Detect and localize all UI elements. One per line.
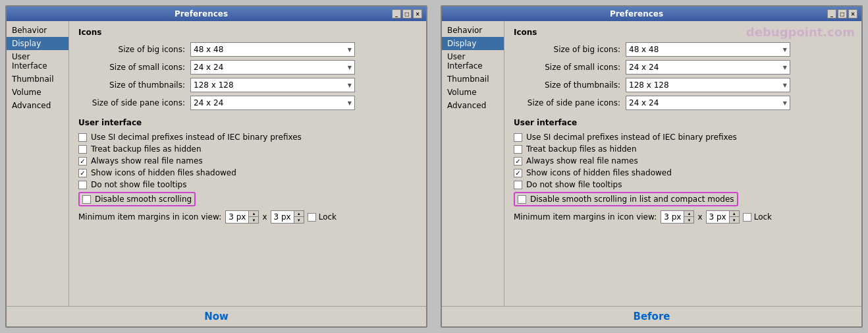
now-select-side-pane[interactable]: 24 x 24 ▼ [190, 96, 355, 110]
before-sidebar: Behavior Display User Interface Thumbnai… [442, 21, 504, 306]
now-select-thumbnails-arrow: ▼ [348, 82, 352, 88]
now-field-big-icons: Size of big icons: 48 x 48 ▼ [78, 42, 417, 57]
now-checkbox-si-box[interactable] [78, 133, 87, 142]
maximize-button[interactable]: □ [402, 9, 412, 18]
now-checkbox-hidden-shadow-box[interactable] [78, 169, 87, 177]
sidebar-item-user-interface[interactable]: User Interface [7, 50, 68, 73]
before-field-small-icons: Size of small icons: 24 x 24 ▼ [514, 60, 852, 75]
sidebar-item-thumbnail[interactable]: Thumbnail [7, 73, 68, 86]
now-checkbox-smooth-row: Disable smooth scrolling [78, 192, 417, 206]
now-lock-checkbox[interactable] [308, 213, 316, 222]
before-highlight-box: Disable smooth scrolling in list and com… [514, 192, 738, 206]
now-spin2-up[interactable]: ▲ [294, 211, 304, 217]
sidebar-item-behavior[interactable]: Behavior [7, 24, 68, 37]
now-spin1-arrows: ▲ ▼ [248, 211, 258, 223]
now-icons-section: Icons Size of big icons: 48 x 48 ▼ Size … [78, 28, 417, 110]
before-label-small-icons: Size of small icons: [514, 63, 626, 72]
now-select-big-icons-value: 48 x 48 [194, 45, 223, 54]
before-checkbox-real-names-box[interactable] [514, 157, 522, 166]
now-field-thumbnails: Size of thumbnails: 128 x 128 ▼ [78, 78, 417, 92]
before-close-button[interactable]: × [848, 9, 857, 18]
before-select-small-icons-value: 24 x 24 [629, 63, 659, 72]
before-spin1-up[interactable]: ▲ [684, 211, 693, 217]
now-spin1-value: 3 px [226, 212, 248, 222]
now-spin2[interactable]: 3 px ▲ ▼ [271, 210, 304, 224]
before-titlebar-buttons[interactable]: _ □ × [827, 9, 857, 18]
now-select-side-pane-value: 24 x 24 [194, 98, 223, 107]
now-checkbox-smooth-box[interactable] [82, 195, 91, 204]
before-spin2[interactable]: 3 px ▲ ▼ [706, 210, 740, 224]
before-spin2-arrows: ▲ ▼ [729, 211, 739, 223]
now-spin1-up[interactable]: ▲ [249, 211, 258, 217]
before-checkbox-smooth-row: Disable smooth scrolling in list and com… [514, 192, 852, 206]
before-sidebar-item-volume[interactable]: Volume [442, 86, 504, 99]
now-spin1[interactable]: 3 px ▲ ▼ [225, 210, 259, 224]
now-label-small-icons: Size of small icons: [78, 63, 190, 72]
now-label-thumbnails: Size of thumbnails: [78, 80, 190, 90]
now-spin2-down[interactable]: ▼ [294, 217, 304, 223]
before-margins-row: Minimum item margins in icon view: 3 px … [514, 210, 852, 224]
before-field-thumbnails: Size of thumbnails: 128 x 128 ▼ [514, 78, 852, 92]
now-checkbox-hidden-shadow: Show icons of hidden files shadowed [78, 168, 417, 177]
now-checkbox-si-label: Use SI decimal prefixes instead of IEC b… [91, 133, 302, 142]
now-lock-row: Lock [308, 212, 337, 222]
before-select-side-pane-value: 24 x 24 [629, 98, 659, 107]
before-checkbox-backup-box[interactable] [514, 145, 522, 154]
before-checkbox-si-box[interactable] [514, 133, 522, 142]
before-checkbox-smooth-box[interactable] [518, 195, 526, 204]
now-window: Preferences _ □ × Behavior Display User … [5, 5, 427, 328]
before-select-big-icons-arrow: ▼ [783, 47, 787, 53]
before-spin1-down[interactable]: ▼ [684, 217, 693, 223]
before-select-side-pane[interactable]: 24 x 24 ▼ [626, 96, 790, 110]
before-checkbox-real-names: Always show real file names [514, 156, 852, 166]
before-checkbox-tooltips-box[interactable] [514, 181, 522, 189]
now-bottom-label: Now [7, 306, 426, 326]
sidebar-item-advanced[interactable]: Advanced [7, 99, 68, 112]
now-sidebar: Behavior Display User Interface Thumbnai… [7, 21, 69, 306]
before-spin2-value: 3 px [707, 212, 729, 222]
before-select-thumbnails[interactable]: 128 x 128 ▼ [626, 78, 790, 92]
before-select-small-icons[interactable]: 24 x 24 ▼ [626, 60, 790, 75]
now-checkbox-real-names-label: Always show real file names [91, 156, 203, 166]
before-checkbox-tooltips-label: Do not show file tooltips [526, 180, 622, 189]
before-lock-row: Lock [743, 212, 772, 222]
now-checkbox-real-names-box[interactable] [78, 157, 87, 166]
before-icons-title: Icons [514, 28, 852, 37]
before-maximize-button[interactable]: □ [838, 9, 847, 18]
now-spin1-down[interactable]: ▼ [249, 217, 258, 223]
now-titlebar-buttons[interactable]: _ □ × [392, 9, 422, 18]
before-checkbox-hidden-shadow-box[interactable] [514, 169, 522, 177]
now-highlight-box: Disable smooth scrolling [78, 192, 196, 206]
before-sidebar-item-advanced[interactable]: Advanced [442, 99, 504, 112]
main-container: Preferences _ □ × Behavior Display User … [0, 0, 868, 333]
before-title: Preferences [446, 9, 827, 18]
now-checkbox-backup-box[interactable] [78, 145, 87, 154]
before-titlebar: Preferences _ □ × [442, 7, 861, 21]
before-checkbox-hidden-shadow: Show icons of hidden files shadowed [514, 168, 852, 177]
before-sidebar-item-thumbnail[interactable]: Thumbnail [442, 73, 504, 86]
now-checkbox-si: Use SI decimal prefixes instead of IEC b… [78, 133, 417, 142]
before-spin1[interactable]: 3 px ▲ ▼ [661, 210, 694, 224]
before-sidebar-item-display[interactable]: Display [442, 37, 504, 50]
now-select-small-icons-value: 24 x 24 [194, 63, 223, 72]
now-select-big-icons[interactable]: 48 x 48 ▼ [190, 42, 355, 57]
now-checkbox-tooltips-box[interactable] [78, 181, 87, 189]
now-titlebar: Preferences _ □ × [7, 7, 426, 21]
before-select-small-icons-arrow: ▼ [783, 65, 787, 71]
minimize-button[interactable]: _ [392, 9, 401, 18]
close-button[interactable]: × [413, 9, 422, 18]
before-select-thumbnails-value: 128 x 128 [629, 80, 669, 90]
sidebar-item-volume[interactable]: Volume [7, 86, 68, 99]
now-select-thumbnails[interactable]: 128 x 128 ▼ [190, 78, 355, 92]
now-select-small-icons[interactable]: 24 x 24 ▼ [190, 60, 355, 75]
now-spin2-value: 3 px [271, 212, 294, 222]
before-sidebar-item-user-interface[interactable]: User Interface [442, 50, 504, 73]
before-lock-checkbox[interactable] [743, 213, 751, 222]
before-sidebar-item-behavior[interactable]: Behavior [442, 24, 504, 37]
before-minimize-button[interactable]: _ [827, 9, 836, 18]
before-select-big-icons[interactable]: 48 x 48 ▼ [626, 42, 790, 57]
now-checkbox-hidden-shadow-label: Show icons of hidden files shadowed [91, 168, 236, 177]
before-spin2-up[interactable]: ▲ [730, 211, 739, 217]
before-spin2-down[interactable]: ▼ [730, 217, 739, 223]
sidebar-item-display[interactable]: Display [7, 37, 68, 50]
